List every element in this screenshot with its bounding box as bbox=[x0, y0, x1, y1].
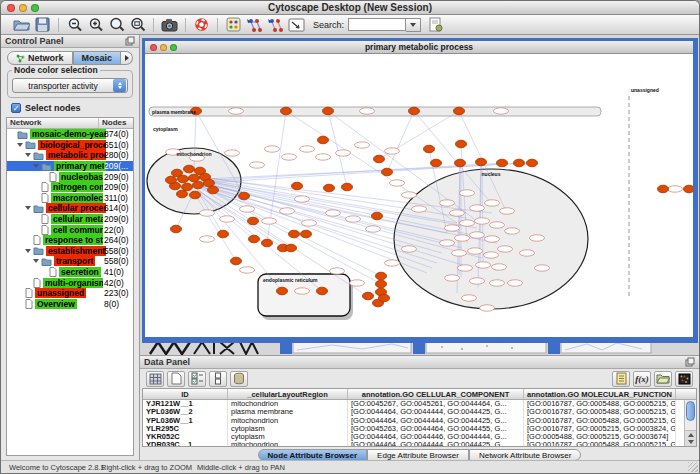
minimize-button[interactable] bbox=[19, 4, 27, 12]
network-node-label[interactable] bbox=[240, 206, 255, 212]
attribute-list-icon[interactable] bbox=[612, 371, 630, 387]
expand-arrow-icon[interactable] bbox=[33, 164, 39, 168]
network-node-label[interactable] bbox=[494, 108, 509, 114]
network-node-label[interactable] bbox=[485, 200, 500, 206]
tree-row[interactable]: transport558(0) bbox=[7, 256, 133, 267]
network-node-label[interactable] bbox=[480, 305, 495, 311]
tab-overflow-button[interactable] bbox=[121, 51, 133, 65]
network-node-label[interactable] bbox=[460, 220, 475, 226]
network-node[interactable] bbox=[376, 280, 387, 288]
network-node[interactable] bbox=[249, 235, 260, 243]
network-zoom-button[interactable] bbox=[170, 44, 177, 51]
network-node-label[interactable] bbox=[468, 248, 483, 254]
table-row[interactable]: YKR052Ccytoplasm[GO:0044464, GO:0044446,… bbox=[143, 433, 696, 441]
network-node[interactable] bbox=[497, 159, 508, 167]
network-node-label[interactable] bbox=[445, 225, 460, 231]
network-node[interactable] bbox=[177, 190, 188, 198]
network-node-label[interactable] bbox=[355, 142, 370, 148]
tree-row[interactable]: metabolic process280(0) bbox=[7, 150, 133, 161]
network-node-label[interactable] bbox=[295, 196, 310, 202]
first-neighbors-icon[interactable] bbox=[244, 16, 265, 34]
network-node-label[interactable] bbox=[492, 264, 507, 270]
network-node[interactable] bbox=[248, 217, 259, 225]
node-color-dropdown[interactable]: transporter activity bbox=[12, 78, 128, 93]
network-node-label[interactable] bbox=[200, 210, 215, 216]
network-node-label[interactable] bbox=[476, 262, 491, 268]
network-node-label[interactable] bbox=[452, 250, 467, 256]
network-node[interactable] bbox=[204, 179, 215, 187]
network-node-label[interactable] bbox=[300, 146, 315, 152]
network-node-label[interactable] bbox=[336, 150, 351, 156]
tree-column-network[interactable]: Network bbox=[7, 118, 99, 128]
open-file-icon[interactable] bbox=[11, 16, 32, 34]
network-node[interactable] bbox=[277, 287, 288, 295]
network-node[interactable] bbox=[262, 239, 273, 247]
network-node[interactable] bbox=[218, 230, 229, 238]
table-scrollbar[interactable] bbox=[684, 400, 696, 446]
tree-row[interactable]: cellular metabol209(0) bbox=[7, 214, 133, 225]
network-node-label[interactable] bbox=[668, 186, 683, 192]
network-node-label[interactable] bbox=[470, 278, 485, 284]
scrollbar-thumb[interactable] bbox=[686, 401, 695, 421]
search-options-icon[interactable] bbox=[425, 16, 446, 34]
network-node[interactable] bbox=[379, 294, 390, 302]
network-node[interactable] bbox=[456, 140, 467, 148]
network-node-label[interactable] bbox=[498, 246, 513, 252]
tree-row[interactable]: nitrogen compo209(0) bbox=[7, 182, 133, 193]
network-node[interactable] bbox=[658, 185, 669, 193]
network-close-button[interactable] bbox=[150, 44, 157, 51]
zoom-out-icon[interactable] bbox=[64, 16, 85, 34]
network-node[interactable] bbox=[281, 107, 292, 115]
expand-neighbors-icon[interactable] bbox=[265, 16, 286, 34]
close-button[interactable] bbox=[7, 4, 15, 12]
network-node-label[interactable] bbox=[508, 280, 523, 286]
column-header[interactable]: annotation.GO MOLECULAR_FUNCTION bbox=[524, 389, 676, 399]
tree-row[interactable]: unassigned223(0) bbox=[7, 288, 133, 299]
network-node-label[interactable] bbox=[250, 162, 265, 168]
network-node-label[interactable] bbox=[262, 218, 277, 224]
network-node[interactable] bbox=[514, 159, 525, 167]
tree-row[interactable]: cellular process614(0) bbox=[7, 203, 133, 214]
tree-column-nodes[interactable]: Nodes bbox=[99, 118, 133, 128]
tab-mosaic[interactable]: Mosaic bbox=[73, 51, 122, 65]
tree-row[interactable]: nucleobase-209(0) bbox=[7, 171, 133, 182]
network-node-label[interactable] bbox=[265, 146, 280, 152]
network-node-label[interactable] bbox=[520, 250, 535, 256]
network-node-label[interactable] bbox=[455, 235, 470, 241]
network-node-label[interactable] bbox=[505, 228, 520, 234]
network-node[interactable] bbox=[190, 191, 201, 199]
table-row[interactable]: YDR039C__1mitochondrion[GO:0044464, GO:0… bbox=[143, 441, 696, 447]
delete-attribute-trash-icon[interactable] bbox=[230, 371, 248, 387]
attribute-matrix-icon[interactable] bbox=[675, 371, 693, 387]
network-node[interactable] bbox=[166, 176, 177, 184]
network-node-label[interactable] bbox=[366, 226, 381, 232]
network-node-label[interactable] bbox=[490, 222, 505, 228]
network-canvas[interactable]: plasma membranecytoplasmmitochondrionnuc… bbox=[145, 54, 693, 337]
network-node[interactable] bbox=[684, 185, 694, 193]
network-node[interactable] bbox=[342, 183, 353, 191]
network-node[interactable] bbox=[317, 287, 328, 295]
network-node[interactable] bbox=[239, 192, 250, 200]
import-attributes-folder-icon[interactable] bbox=[654, 371, 672, 387]
tree-row[interactable]: biological_process651(0) bbox=[7, 140, 133, 151]
network-node-label[interactable] bbox=[460, 190, 475, 196]
network-node[interactable] bbox=[318, 136, 329, 144]
select-attributes-icon[interactable] bbox=[188, 371, 206, 387]
network-node-label[interactable] bbox=[412, 206, 427, 212]
network-node[interactable] bbox=[527, 159, 538, 167]
window-resize-grip[interactable] bbox=[688, 462, 698, 472]
search-input[interactable] bbox=[348, 18, 406, 31]
network-node-label[interactable] bbox=[220, 216, 235, 222]
network-node-label[interactable] bbox=[385, 148, 400, 154]
expand-arrow-icon[interactable] bbox=[25, 249, 31, 253]
network-node-label[interactable] bbox=[350, 280, 365, 286]
network-node[interactable] bbox=[324, 184, 335, 192]
zoom-button[interactable] bbox=[31, 4, 39, 12]
network-node-label[interactable] bbox=[440, 240, 455, 246]
layout-icon[interactable] bbox=[223, 16, 244, 34]
dropdown-stepper[interactable] bbox=[113, 79, 126, 92]
network-node-label[interactable] bbox=[225, 150, 240, 156]
network-node[interactable] bbox=[289, 230, 300, 238]
network-node[interactable] bbox=[409, 107, 420, 115]
save-session-icon[interactable] bbox=[32, 16, 53, 34]
